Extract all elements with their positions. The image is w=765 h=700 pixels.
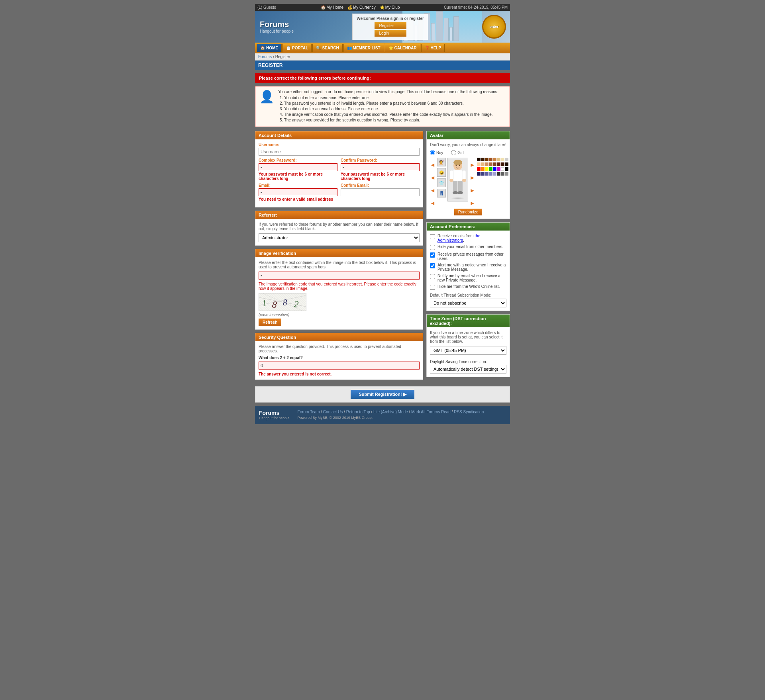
swatch[interactable] <box>485 158 488 161</box>
enter-button-area[interactable]: enter <box>482 15 506 39</box>
nav-calendar[interactable]: ⭐ CALENDAR <box>385 44 420 52</box>
hair-right-arrow[interactable]: ► <box>470 162 475 168</box>
swatch[interactable] <box>493 158 496 161</box>
forum-team-link[interactable]: Forum Team <box>298 410 320 414</box>
timezone-select[interactable]: GMT (05:45 PM) <box>430 346 506 355</box>
avatar-body: Don't worry, you can always change it la… <box>427 139 510 219</box>
nav-memberlist[interactable]: 👥 MEMBER LIST <box>343 44 384 52</box>
my-currency-link[interactable]: 💰 My Currency <box>347 5 376 10</box>
password-row: Complex Password: Your password must be … <box>259 158 420 183</box>
swatch[interactable] <box>505 172 508 176</box>
site-logo: Forums Hangout for people <box>255 17 298 37</box>
nav-search[interactable]: 🔍 SEARCH <box>312 44 342 52</box>
hair-left-arrow[interactable]: ◄ <box>430 162 435 168</box>
swatch[interactable] <box>481 172 484 176</box>
nav-portal[interactable]: 📋 PORTAL <box>282 44 312 52</box>
swatch[interactable] <box>481 167 484 171</box>
swatch[interactable] <box>493 162 496 166</box>
pants-left-arrow[interactable]: ◄ <box>430 200 435 206</box>
swatch[interactable] <box>477 172 481 176</box>
swatch[interactable] <box>489 172 492 176</box>
swatch[interactable] <box>501 158 504 161</box>
gender-girl-radio[interactable] <box>451 150 456 155</box>
gender-boy-radio[interactable] <box>430 150 435 155</box>
swatch[interactable] <box>497 158 500 161</box>
enter-button[interactable]: enter <box>482 15 506 39</box>
swatch[interactable] <box>501 172 504 176</box>
email-input[interactable] <box>259 188 337 196</box>
confirm-email-input[interactable] <box>341 188 420 196</box>
swatch[interactable] <box>477 158 481 161</box>
nav-home[interactable]: 🏠 HOME <box>257 44 282 52</box>
notify-pm-email-checkbox[interactable] <box>430 274 435 279</box>
gender-selection: Boy Girl <box>430 150 506 155</box>
administrators-link[interactable]: the Administrators <box>437 234 480 242</box>
gender-girl-option[interactable]: Girl <box>451 150 464 155</box>
swatch[interactable] <box>485 162 488 166</box>
pants-right-arrow[interactable]: ► <box>470 200 475 206</box>
submit-registration-button[interactable]: Submit Registration! ▶ <box>351 390 414 399</box>
avatar-description: Don't worry, you can always change it la… <box>430 143 506 147</box>
referrer-select[interactable]: Administrator <box>259 233 420 242</box>
swatch[interactable] <box>489 162 492 166</box>
error-item: The image verification code that you ent… <box>284 112 498 117</box>
welcome-section: Welcome! Please sign in or register Regi… <box>298 14 482 40</box>
swatch[interactable] <box>489 167 492 171</box>
shirt-left-arrow[interactable]: ◄ <box>430 187 435 194</box>
confirm-password-input[interactable] <box>341 163 420 171</box>
face-left-arrow[interactable]: ◄ <box>430 174 435 181</box>
return-top-link[interactable]: Return to Top <box>346 410 370 414</box>
svg-point-17 <box>453 191 458 194</box>
security-answer-input[interactable] <box>259 362 420 370</box>
password-input[interactable] <box>259 163 337 171</box>
swatch[interactable] <box>477 162 481 166</box>
my-home-link[interactable]: 🏠 My Home <box>320 5 343 10</box>
pants-part-icon[interactable]: 👖 <box>437 189 446 197</box>
face-right-arrow[interactable]: ► <box>470 174 475 181</box>
lite-mode-link[interactable]: Lite (Archive) Mode <box>373 410 408 414</box>
dst-select[interactable]: Automatically detect DST settings <box>430 365 506 373</box>
swatch[interactable] <box>493 167 496 171</box>
recv-pm-checkbox[interactable] <box>430 252 435 258</box>
swatch[interactable] <box>481 162 484 166</box>
avatar-svg <box>448 160 468 199</box>
swatch[interactable] <box>505 158 508 161</box>
subscription-select[interactable]: Do not subscribe <box>430 299 506 307</box>
face-part-icon[interactable]: 😐 <box>437 168 446 177</box>
swatch[interactable] <box>489 158 492 161</box>
shirt-right-arrow[interactable]: ► <box>470 187 475 194</box>
alert-pm-checkbox[interactable] <box>430 263 435 268</box>
swatch[interactable] <box>477 167 481 171</box>
gender-boy-option[interactable]: Boy <box>430 150 443 155</box>
refresh-button[interactable]: Refresh <box>259 319 281 326</box>
my-club-link[interactable]: ⭐ My Club <box>379 5 400 10</box>
recv-emails-checkbox[interactable] <box>430 234 435 239</box>
contact-us-link[interactable]: Contact Us <box>323 410 343 414</box>
hide-email-checkbox[interactable] <box>430 245 435 250</box>
login-button[interactable]: Login <box>375 30 406 37</box>
username-input[interactable] <box>259 148 420 156</box>
image-verification-section: Image Verification Please enter the text… <box>255 249 423 330</box>
breadcrumb-home[interactable]: Forums <box>258 55 272 59</box>
swatch[interactable] <box>493 172 496 176</box>
swatch[interactable] <box>497 162 500 166</box>
swatch[interactable] <box>481 158 484 161</box>
captcha-input[interactable] <box>259 272 420 280</box>
swatch[interactable] <box>505 162 508 166</box>
randomize-button[interactable]: Randomize <box>454 209 483 215</box>
mark-read-link[interactable]: Mark All Forums Read <box>411 410 451 414</box>
rss-link[interactable]: RSS Syndication <box>454 410 484 414</box>
swatch[interactable] <box>501 167 504 171</box>
swatch[interactable] <box>505 167 508 171</box>
hair-part-icon[interactable]: 💇 <box>437 158 446 166</box>
swatch[interactable] <box>497 167 500 171</box>
swatch[interactable] <box>497 172 500 176</box>
register-button[interactable]: Register <box>375 22 406 29</box>
swatch[interactable] <box>485 167 488 171</box>
captcha-description: Please enter the text contained within t… <box>259 260 420 269</box>
hide-online-checkbox[interactable] <box>430 285 435 290</box>
swatch[interactable] <box>485 172 488 176</box>
nav-help[interactable]: ❓ HELP <box>421 44 445 52</box>
swatch[interactable] <box>501 162 504 166</box>
shirt-part-icon[interactable]: 👕 <box>437 178 446 187</box>
